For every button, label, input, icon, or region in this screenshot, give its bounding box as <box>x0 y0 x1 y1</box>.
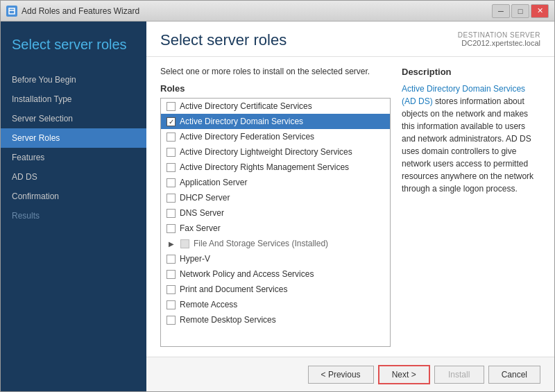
role-item-fax[interactable]: Fax Server <box>161 221 390 236</box>
checkbox-ad-cs[interactable] <box>166 102 176 111</box>
role-name-rds: Remote Desktop Services <box>180 315 276 325</box>
role-name-ad-rms: Active Directory Rights Management Servi… <box>180 162 349 172</box>
roles-instruction: Select one or more roles to install on t… <box>160 67 391 76</box>
install-button: Install <box>434 366 484 384</box>
sidebar-item-server-selection[interactable]: Server Selection <box>1 109 146 128</box>
main-content: Select server roles Before You Begin Ins… <box>1 22 554 391</box>
sidebar-item-server-roles[interactable]: Server Roles <box>1 128 146 148</box>
role-item-print-doc[interactable]: Print and Document Services <box>161 282 390 297</box>
checkbox-dhcp[interactable] <box>166 194 176 203</box>
window-title: Add Roles and Features Wizard <box>22 6 139 16</box>
role-name-app-server: Application Server <box>180 178 247 187</box>
sidebar-nav: Before You Begin Installation Type Serve… <box>1 65 146 231</box>
description-body: stores information about objects on the … <box>402 96 533 194</box>
sidebar-title: Select server roles <box>1 22 146 65</box>
checkbox-rds[interactable] <box>166 316 176 325</box>
role-item-app-server[interactable]: Application Server <box>161 175 390 190</box>
content-header: Select server roles DESTINATION SERVER D… <box>146 22 554 57</box>
checkbox-ad-fs[interactable] <box>166 133 176 142</box>
role-name-ad-ds: Active Directory Domain Services <box>180 117 303 126</box>
role-item-hyper-v[interactable]: Hyper-V <box>161 251 390 266</box>
sidebar-item-before-you-begin[interactable]: Before You Begin <box>1 70 146 90</box>
checkbox-hyper-v[interactable] <box>166 255 176 264</box>
next-button[interactable]: Next > <box>378 365 430 384</box>
checkbox-ad-lds[interactable] <box>166 148 176 157</box>
wizard-window: Add Roles and Features Wizard ─ □ ✕ Sele… <box>0 0 555 392</box>
sidebar: Select server roles Before You Begin Ins… <box>1 22 146 391</box>
sidebar-item-installation-type[interactable]: Installation Type <box>1 90 146 109</box>
role-item-ad-fs[interactable]: Active Directory Federation Services <box>161 129 390 144</box>
role-item-dhcp[interactable]: DHCP Server <box>161 190 390 205</box>
roles-list[interactable]: Active Directory Certificate Services Ac… <box>161 99 390 346</box>
role-item-ad-lds[interactable]: Active Directory Lightweight Directory S… <box>161 144 390 160</box>
sidebar-item-features[interactable]: Features <box>1 148 146 167</box>
checkbox-ad-ds[interactable] <box>166 117 176 126</box>
role-name-dns: DNS Server <box>180 208 224 218</box>
close-button[interactable]: ✕ <box>531 4 549 18</box>
role-item-dns[interactable]: DNS Server <box>161 205 390 221</box>
title-bar-left: Add Roles and Features Wizard <box>6 6 139 17</box>
checkbox-file-storage <box>180 239 189 248</box>
description-label: Description <box>402 67 540 77</box>
role-name-dhcp: DHCP Server <box>180 193 230 203</box>
sidebar-item-results: Results <box>1 206 146 225</box>
description-text: Active Directory Domain Services (AD DS)… <box>402 83 540 195</box>
checkbox-npas[interactable] <box>166 270 176 279</box>
roles-section: Select one or more roles to install on t… <box>160 67 391 347</box>
role-item-remote-access[interactable]: Remote Access <box>161 297 390 312</box>
checkbox-ad-rms[interactable] <box>166 163 176 172</box>
role-item-ad-cs[interactable]: Active Directory Certificate Services <box>161 99 390 114</box>
role-name-ad-fs: Active Directory Federation Services <box>180 132 314 142</box>
role-name-hyper-v: Hyper-V <box>180 254 210 264</box>
role-item-npas[interactable]: Network Policy and Access Services <box>161 266 390 282</box>
roles-label: Roles <box>160 83 391 94</box>
checkbox-remote-access[interactable] <box>166 300 176 309</box>
role-item-rds[interactable]: Remote Desktop Services <box>161 312 390 327</box>
footer: < Previous Next > Install Cancel <box>146 357 554 391</box>
destination-label: DESTINATION SERVER <box>458 31 540 39</box>
sidebar-item-confirmation[interactable]: Confirmation <box>1 187 146 206</box>
sidebar-item-ad-ds[interactable]: AD DS <box>1 167 146 187</box>
checkbox-print-doc[interactable] <box>166 285 176 294</box>
previous-button[interactable]: < Previous <box>308 366 374 384</box>
title-bar: Add Roles and Features Wizard ─ □ ✕ <box>1 1 554 22</box>
checkbox-dns[interactable] <box>166 209 176 218</box>
roles-list-container: Active Directory Certificate Services Ac… <box>160 98 391 347</box>
role-item-file-storage[interactable]: ▶ File And Storage Services (Installed) <box>161 236 390 251</box>
role-name-remote-access: Remote Access <box>180 300 237 309</box>
cancel-button[interactable]: Cancel <box>488 366 540 384</box>
destination-server-info: DESTINATION SERVER DC2012.xpertstec.loca… <box>458 31 540 47</box>
page-title: Select server roles <box>160 31 287 49</box>
role-name-fax: Fax Server <box>180 223 221 233</box>
content-body: Select one or more roles to install on t… <box>146 57 554 357</box>
content-area: Select server roles DESTINATION SERVER D… <box>146 22 554 391</box>
role-name-ad-cs: Active Directory Certificate Services <box>180 101 312 111</box>
minimize-button[interactable]: ─ <box>492 4 510 18</box>
role-item-ad-rms[interactable]: Active Directory Rights Management Servi… <box>161 160 390 175</box>
checkbox-fax[interactable] <box>166 224 176 233</box>
maximize-button[interactable]: □ <box>511 4 529 18</box>
role-item-ad-ds[interactable]: Active Directory Domain Services <box>161 114 390 129</box>
window-controls: ─ □ ✕ <box>492 4 549 18</box>
role-name-npas: Network Policy and Access Services <box>180 269 314 279</box>
role-name-print-doc: Print and Document Services <box>180 284 287 294</box>
destination-value: DC2012.xpertstec.local <box>458 39 540 47</box>
expand-icon-file-storage[interactable]: ▶ <box>166 239 176 248</box>
role-name-file-storage: File And Storage Services (Installed) <box>194 239 328 248</box>
app-icon <box>6 6 17 17</box>
description-section: Description Active Directory Domain Serv… <box>402 67 540 347</box>
svg-rect-0 <box>9 8 15 14</box>
checkbox-app-server[interactable] <box>166 178 176 187</box>
role-name-ad-lds: Active Directory Lightweight Directory S… <box>180 147 352 157</box>
